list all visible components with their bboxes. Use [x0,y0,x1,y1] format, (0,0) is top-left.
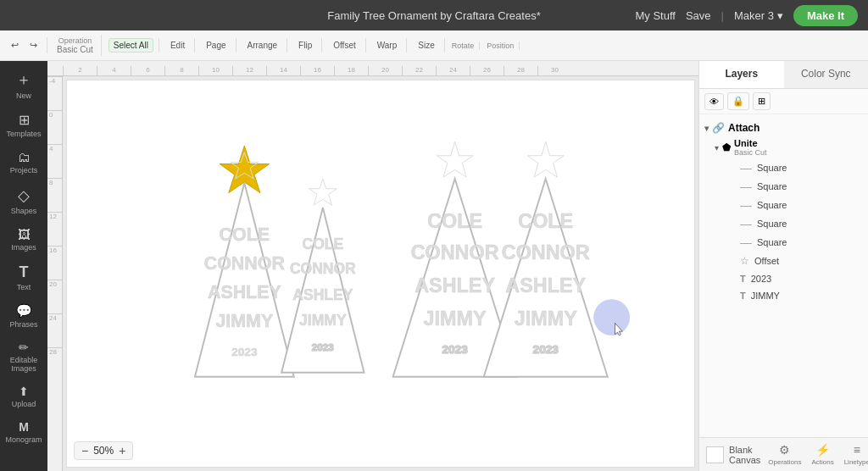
attach-chevron-icon: ▾ [704,124,709,133]
panel-lock-button[interactable]: 🔒 [727,92,749,110]
layer-jimmy-label: JIMMY [751,291,780,301]
svg-marker-6 [309,179,337,205]
sidebar-item-upload[interactable]: ⬆ Upload [3,380,45,413]
tree-2: COLE CONNOR ASHLEY JIMMY 2023 [281,179,364,373]
layer-item-jimmy[interactable]: T JIMMY [735,287,863,304]
flip-group: Flip [294,38,322,53]
sidebar-item-images-label: Images [11,243,36,252]
attach-label: Attach [728,122,760,134]
svg-text:CONNOR: CONNOR [290,260,356,277]
flip-button[interactable]: Flip [294,38,316,53]
svg-text:COLE: COLE [220,224,270,245]
sidebar-item-phrases[interactable]: 💬 Phrases [3,298,45,334]
tab-color-sync[interactable]: Color Sync [784,61,869,88]
operation-control[interactable]: Operation Basic Cut [54,35,96,56]
operations-action[interactable]: ⚙ Operations [768,443,801,466]
layer-item-square-5[interactable]: — Square [735,233,863,252]
ruler-mark: 18 [334,66,368,75]
make-it-button[interactable]: Make It [793,5,858,26]
sidebar-item-shapes[interactable]: ◇ Shapes [3,181,45,220]
ruler-mark: 10 [198,66,232,75]
operation-group: Operation Basic Cut [54,35,102,56]
canvas-area: 2 4 6 8 10 12 14 16 18 20 22 24 26 28 30… [47,61,698,471]
undo-button[interactable]: ↩ [7,37,23,53]
templates-icon: ⊞ [19,112,30,128]
sidebar-item-new-label: New [16,91,31,100]
unite-shape-icon: ⬟ [722,141,731,153]
svg-text:JIMMY: JIMMY [424,308,487,330]
ruler-mark: 22 [402,66,436,75]
tab-layers[interactable]: Layers [699,61,784,88]
sidebar-item-editable-images-label: Editable Images [6,356,42,373]
page-button[interactable]: Page [202,38,230,53]
arrange-button[interactable]: Arrange [243,38,282,53]
svg-text:2023: 2023 [442,343,468,356]
app-header: Family Tree Ornament by Craftara Creates… [0,0,868,30]
svg-text:COLE: COLE [303,236,344,252]
sidebar-item-projects[interactable]: 🗂 Projects [3,145,45,180]
zoom-out-button[interactable]: − [80,444,90,457]
attach-group-header[interactable]: ▾ 🔗 Attach [704,119,863,136]
selection-circle [593,299,630,335]
actions-icon: ⚡ [815,443,830,457]
unite-subgroup-header[interactable]: ▾ ⬟ Unite Basic Cut [715,136,863,158]
save-link[interactable]: Save [686,9,711,22]
warp-button[interactable]: Warp [373,38,402,53]
my-stuff-link[interactable]: My Stuff [635,9,675,22]
maker-selector[interactable]: Maker 3 ▾ [734,9,783,22]
redo-button[interactable]: ↪ [25,37,42,53]
sidebar-item-new[interactable]: ＋ New [3,64,45,105]
ruler-mark: 8 [164,66,198,75]
svg-text:COLE: COLE [427,210,482,232]
sidebar-item-shapes-label: Shapes [11,207,37,215]
panel-eye-button[interactable]: 👁 [704,93,724,110]
sidebar-item-editable-images[interactable]: ✏ Editable Images [3,335,45,378]
svg-text:2023: 2023 [312,341,334,352]
header-divider: | [721,9,724,22]
operations-label: Operations [768,458,801,466]
layer-item-2023[interactable]: T 2023 [735,270,863,287]
layer-square-4-label: Square [757,219,787,229]
edit-button[interactable]: Edit [166,38,189,53]
operation-label: Operation [58,36,92,45]
main-canvas[interactable]: COLE CONNOR ASHLEY JIMMY 2023 COLE CONNO… [66,80,695,468]
svg-marker-18 [527,141,564,177]
canvas-content: COLE CONNOR ASHLEY JIMMY 2023 COLE CONNO… [67,80,694,467]
svg-text:CONNOR: CONNOR [502,241,590,263]
main-toolbar: ↩ ↪ Operation Basic Cut Select All Edit … [0,30,868,61]
editable-images-icon: ✏ [19,341,29,354]
warp-group: Warp [373,38,408,53]
panel-bottom: Blank Canvas ⚙ Operations ⚡ Actions ≡ Li… [699,437,868,471]
sidebar-item-monogram[interactable]: M Monogram [3,415,45,449]
zoom-level: 50% [93,445,114,457]
offset-group: Offset [329,38,366,53]
new-icon: ＋ [16,69,31,90]
edit-group: Edit [166,38,195,53]
sidebar-item-text[interactable]: T Text [3,258,45,296]
offset-button[interactable]: Offset [329,38,360,53]
size-button[interactable]: Size [414,38,438,53]
sidebar-item-images[interactable]: 🖼 Images [3,222,45,257]
layer-item-square-2[interactable]: — Square [735,177,863,196]
layer-2023-label: 2023 [751,274,771,284]
layer-square-3-label: Square [757,200,787,210]
page-group: Page [202,38,236,53]
projects-icon: 🗂 [18,150,31,164]
actions-label: Actions [811,458,833,466]
sidebar-item-templates-label: Templates [6,130,41,138]
unite-subgroup: ▾ ⬟ Unite Basic Cut — Square — [715,136,863,304]
ruler-marks: 2 4 6 8 10 12 14 16 18 20 22 24 26 28 30 [63,61,571,75]
layer-item-square-3[interactable]: — Square [735,196,863,214]
rotate-label: Rotate [452,42,475,50]
linetype-action[interactable]: ≡ Linetype [844,443,868,466]
layer-item-square-1[interactable]: — Square [735,158,863,177]
panel-group-button[interactable]: ⊞ [753,92,771,110]
layer-item-square-4[interactable]: — Square [735,214,863,233]
history-group: ↩ ↪ [7,37,47,53]
zoom-in-button[interactable]: + [117,444,127,457]
select-all-button[interactable]: Select All [108,38,153,53]
actions-action[interactable]: ⚡ Actions [811,443,833,466]
panel-tabs: Layers Color Sync [699,61,868,89]
layer-item-offset[interactable]: ☆ Offset [735,252,863,270]
sidebar-item-templates[interactable]: ⊞ Templates [3,107,45,143]
